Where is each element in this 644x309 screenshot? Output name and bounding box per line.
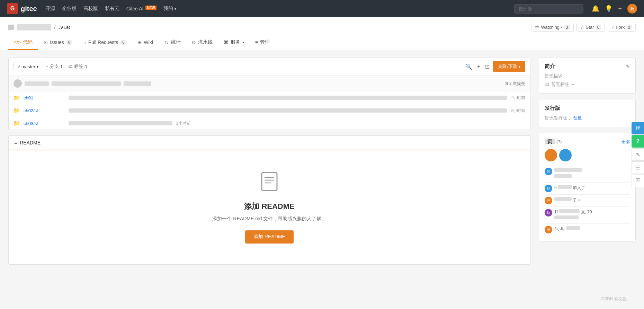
wiki-icon: ⊞ — [137, 39, 142, 45]
stats-icon: ↑↓ — [164, 39, 169, 45]
nav-enterprise[interactable]: 企业版 — [62, 6, 77, 12]
other-float-button[interactable]: 不 — [632, 175, 644, 187]
file-name-ch02[interactable]: ch02/sl — [24, 108, 65, 113]
new-badge: NEW — [145, 6, 156, 10]
readme-desc: 添加一个 README.md 文件，帮助感兴趣的人了解。 — [16, 216, 523, 222]
nav-links: 开源 企业版 高校版 私有云 Gitee AI NEW 我的 ▾ — [45, 6, 506, 12]
no-tags-row: 🏷 暂无标签 + — [545, 81, 630, 88]
user-avatar[interactable]: 杨 — [627, 4, 637, 14]
add-tag-icon[interactable]: + — [571, 81, 574, 88]
issues-badge: 0 — [66, 40, 72, 45]
readme-body: 添加 README 添加一个 README.md 文件，帮助感兴趣的人了解。 添… — [9, 150, 530, 264]
tab-pipeline[interactable]: ⊙ 流水线 — [186, 36, 218, 50]
file-commit-blur-ch03 — [69, 121, 172, 125]
file-time-ch03: 3小时前 — [176, 121, 191, 126]
activity-text: 1/ 支, 79 — [554, 209, 630, 221]
create-release-link[interactable]: 创建 — [573, 115, 582, 121]
readme-section: ≡ README 添加 README 添加一个 README.md 文件，帮助感… — [8, 135, 530, 265]
contrib-avatar-2[interactable] — [559, 149, 572, 161]
gitee-logo[interactable]: G gitee — [7, 3, 37, 14]
activity-avatar-blue: 月 — [545, 168, 552, 175]
activity-item: 开 了 ≡ — [545, 195, 630, 207]
file-row: 📁 ch02/sl 3小时前 — [9, 104, 530, 117]
folder-icon-ch02: 📁 — [14, 107, 20, 114]
tab-code[interactable]: </> 代码 — [8, 36, 38, 50]
nav-gitee-ai[interactable]: Gitee AI NEW — [126, 6, 156, 11]
nav-open-source[interactable]: 开源 — [45, 6, 55, 12]
manage-icon: ≡ — [255, 39, 258, 45]
file-browser: ⑂ master ▾ ⑂ 分支 1 🏷 标签 0 — [8, 57, 530, 130]
activity-text: 3小时 — [554, 226, 630, 232]
nav-university[interactable]: 高校版 — [83, 6, 98, 12]
search-icon[interactable]: 🔍 — [465, 63, 472, 70]
sidebar-intro-title: 简介 ✎ — [545, 63, 630, 70]
contrib-avatar-1[interactable] — [545, 149, 557, 161]
top-navigation: G gitee 开源 企业版 高校版 私有云 Gitee AI NEW 我的 ▾… — [0, 0, 644, 17]
add-file-icon[interactable]: + — [477, 63, 480, 70]
services-chevron: ▾ — [242, 41, 244, 44]
main-wrapper: / .vue 👁 Watching ▾ 3 ☆ Star 0 ⑂ Fork — [0, 17, 644, 304]
fork-icon: ⑂ — [611, 25, 614, 30]
clone-chevron: ▾ — [519, 65, 520, 69]
watch-button[interactable]: 👁 Watching ▾ 3 — [531, 23, 573, 32]
activity-avatar-purple: 快 — [545, 209, 552, 217]
help-button[interactable]: ? — [632, 135, 644, 148]
repo-title-row: / .vue 👁 Watching ▾ 3 ☆ Star 0 ⑂ Fork — [8, 23, 636, 32]
tab-stats[interactable]: ↑↓ 统计 — [159, 36, 186, 50]
search-input[interactable] — [514, 4, 583, 14]
file-commit-blur-ch01 — [69, 96, 507, 100]
repo-name-separator: / — [54, 24, 56, 31]
activity-list: 月 M 6 加入了 — [545, 166, 630, 236]
clone-button[interactable]: 克隆/下载 ▾ — [493, 61, 525, 72]
nav-private-cloud[interactable]: 私有云 — [105, 6, 119, 12]
fork-count: 0 — [626, 25, 632, 30]
commit-icon: ⊡ — [504, 81, 508, 86]
branch-select[interactable]: ⑂ master ▾ — [14, 62, 42, 71]
activity-avatar-blue2: M — [545, 185, 552, 192]
tab-wiki[interactable]: ⊞ Wiki — [132, 36, 158, 50]
notification-icon[interactable]: 🔔 — [592, 5, 599, 12]
release-status: 暂无发行版， 创建 — [545, 115, 630, 121]
chat-float-button[interactable]: ☰ — [632, 161, 644, 174]
tags-info: 🏷 标签 0 — [68, 63, 87, 70]
repo-title: / .vue — [8, 24, 70, 31]
activity-text: 6 加入了 — [554, 185, 630, 191]
fork-button[interactable]: ⑂ Fork 0 — [608, 23, 636, 32]
activity-text: 了 ≡ — [554, 197, 630, 203]
commit-count: ⊡ 2 次提交 — [504, 81, 525, 87]
tab-services[interactable]: ⌘ 服务 ▾ — [218, 36, 250, 50]
tab-issues[interactable]: ⊡ Issues 0 — [38, 36, 78, 50]
file-toolbar: ⑂ master ▾ ⑂ 分支 1 🏷 标签 0 — [9, 58, 530, 76]
contrib-all-link[interactable]: 全部 — [621, 139, 630, 145]
edit-float-button[interactable]: ✎ — [632, 148, 644, 161]
branch-chevron: ▾ — [37, 65, 38, 69]
terminal-icon[interactable]: ⊡ — [485, 63, 490, 70]
latest-commit-row: ⊡ 2 次提交 — [9, 76, 530, 91]
readme-header-label: README — [20, 140, 41, 145]
star-button[interactable]: ☆ Star 0 — [576, 23, 605, 32]
repo-avatar-blur — [8, 25, 14, 30]
add-icon[interactable]: + — [618, 5, 622, 12]
activity-avatar-yang: 杨 — [545, 226, 552, 233]
add-readme-button[interactable]: 添加 README — [245, 230, 294, 244]
file-name-ch01[interactable]: ch01 — [24, 95, 65, 100]
activity-text — [554, 168, 630, 180]
edit-intro-icon[interactable]: ✎ — [626, 64, 630, 69]
tab-manage[interactable]: ≡ 管理 — [250, 36, 275, 50]
main-content: ⑂ master ▾ ⑂ 分支 1 🏷 标签 0 — [8, 57, 530, 297]
discover-icon[interactable]: 💡 — [605, 5, 612, 12]
commit-info — [25, 81, 504, 86]
repo-header: / .vue 👁 Watching ▾ 3 ☆ Star 0 ⑂ Fork — [0, 17, 644, 50]
gitee-logo-text: gitee — [21, 5, 37, 13]
commit-msg-blur2 — [124, 81, 151, 86]
nav-mine[interactable]: 我的 ▾ — [163, 6, 176, 12]
contrib-title: 贡 (?) — [545, 139, 562, 145]
float-buttons: 译 ? ✎ ☰ 不 — [632, 122, 644, 187]
tab-pull-requests[interactable]: ⑃ Pull Requests 0 — [78, 36, 132, 50]
repo-actions: 👁 Watching ▾ 3 ☆ Star 0 ⑂ Fork 0 — [531, 23, 636, 32]
tag-icon: 🏷 — [68, 64, 73, 69]
watch-count: 3 — [564, 25, 570, 30]
translate-button[interactable]: 译 — [632, 122, 644, 134]
gitee-logo-icon: G — [7, 3, 18, 14]
file-name-ch03[interactable]: ch03/sl — [24, 121, 65, 126]
